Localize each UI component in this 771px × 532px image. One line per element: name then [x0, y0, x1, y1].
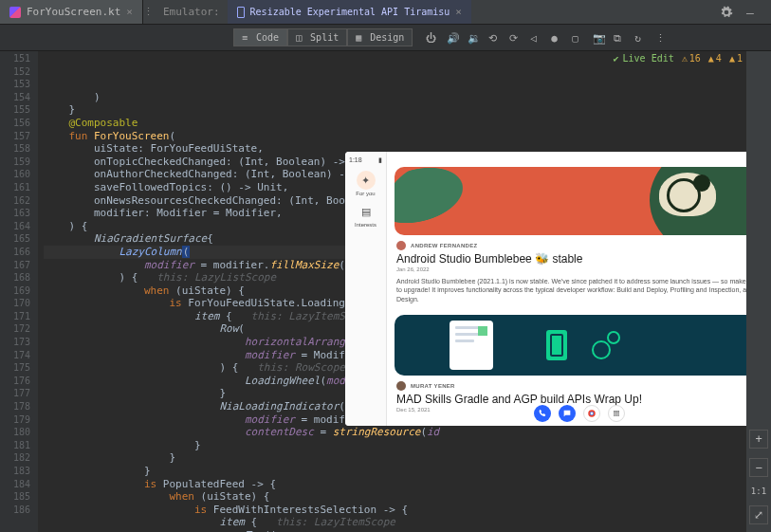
typo-count[interactable]: ▲1 [729, 52, 743, 65]
volume-up-icon[interactable]: 🔊 [447, 32, 458, 44]
line-number: 166 [0, 246, 30, 259]
code-line[interactable]: @Composable [44, 117, 771, 130]
line-number: 180 [0, 426, 30, 439]
kebab-icon[interactable]: ⋮ [655, 32, 667, 44]
nav-interests-label: Interests [349, 222, 383, 228]
zoom-in-button[interactable]: + [749, 430, 768, 449]
code-line[interactable]: when (uiState) { [44, 490, 771, 504]
zoom-out-button[interactable]: − [749, 458, 768, 477]
line-number: 182 [0, 451, 30, 465]
home-icon[interactable]: ● [551, 32, 562, 44]
line-number: 162 [0, 194, 30, 208]
line-number: 174 [0, 349, 30, 362]
screenshot-icon[interactable]: 📷 [593, 32, 604, 44]
line-number: 159 [0, 156, 30, 169]
close-icon[interactable]: × [126, 6, 133, 18]
live-edit-status[interactable]: ✔Live Edit [614, 52, 674, 65]
nav-interests[interactable]: ▤ Interests [349, 202, 383, 228]
kebab-icon[interactable]: ⋮ [143, 6, 154, 18]
code-line[interactable]: is FeedWithInterestsSelection -> { [44, 504, 771, 517]
rotate-right-icon[interactable]: ⟳ [509, 32, 521, 44]
line-number: 176 [0, 375, 30, 388]
author-name: ANDREW FERNANDEZ [411, 243, 477, 248]
svg-point-7 [615, 413, 617, 414]
app-drawer-icon[interactable] [608, 405, 625, 422]
emulator-label: Emulator: [163, 6, 220, 18]
zoom-rail: + − 1:1 ⤢ [746, 51, 771, 532]
badge-icon [546, 330, 567, 360]
volume-down-icon[interactable]: 🔉 [468, 32, 479, 44]
svg-point-8 [617, 413, 619, 414]
code-line[interactable]: } [44, 451, 771, 465]
emulator-screen[interactable]: 1:18 ▮ ✦ For you ▤ Interests ▾ ANDREW FE… [345, 152, 771, 426]
weak-warning-icon: ▲ [708, 52, 714, 65]
warning-count-value: 16 [689, 52, 701, 65]
line-number: 170 [0, 297, 30, 310]
weak-warning-value: 4 [716, 52, 722, 65]
feed-card[interactable] [395, 167, 763, 235]
svg-point-11 [617, 414, 619, 416]
zoom-ratio-button[interactable]: 1:1 [751, 486, 766, 496]
author-name: MURAT YENER [411, 383, 455, 389]
svg-point-4 [615, 411, 617, 413]
emulator-device-tab[interactable]: Resizable Experimental API Tiramisu × [228, 0, 471, 24]
line-number: 184 [0, 478, 30, 491]
feed-card[interactable] [395, 315, 763, 376]
overview-icon[interactable]: ▢ [572, 32, 583, 44]
code-line[interactable]: ) [44, 91, 771, 104]
nav-for-you[interactable]: ✦ For you [349, 171, 383, 196]
emulator-clock: 1:18 [349, 156, 362, 164]
line-number: 153 [0, 78, 30, 91]
line-number: 179 [0, 413, 30, 427]
chrome-app-icon[interactable] [583, 405, 600, 422]
gears-icon [592, 331, 620, 359]
emulator-dock [534, 405, 625, 422]
emulator-content[interactable]: ▾ ANDREW FERNANDEZ Android Studio Bumble… [387, 152, 771, 426]
code-line[interactable]: } [44, 103, 771, 117]
design-icon: ▦ [356, 32, 366, 43]
file-tab-label: ForYouScreen.kt [27, 6, 120, 18]
rotate-left-icon[interactable]: ⟲ [488, 32, 500, 44]
code-view-button[interactable]: ≡ Code [233, 28, 287, 46]
weak-warning-count[interactable]: ▲4 [708, 52, 722, 65]
phone-app-icon[interactable] [534, 405, 551, 422]
messages-app-icon[interactable] [559, 405, 576, 422]
expand-icon[interactable]: ― [746, 6, 760, 19]
gear-icon[interactable] [720, 6, 733, 19]
card-body: Android Studio Bumblebee (2021.1.1) is n… [387, 275, 771, 309]
battery-icon: ▮ [378, 156, 382, 164]
back-icon[interactable]: ◁ [530, 32, 542, 44]
split-view-button[interactable]: ◫ Split [287, 28, 347, 46]
resize-icon[interactable]: ⧉ [614, 32, 625, 44]
view-mode-group: ≡ Code ◫ Split ▦ Design [233, 28, 413, 46]
split-view-label: Split [310, 32, 339, 43]
warning-count[interactable]: ⚠16 [682, 52, 701, 65]
line-number: 164 [0, 220, 30, 233]
code-line[interactable]: contentDesc = stringResource(id [44, 426, 771, 439]
code-line[interactable]: } [44, 465, 771, 478]
line-number: 167 [0, 259, 30, 272]
zoom-fit-button[interactable]: ⤢ [749, 505, 768, 524]
emulator-nav-rail: 1:18 ▮ ✦ For you ▤ Interests [345, 152, 387, 426]
line-number: 160 [0, 168, 30, 181]
code-line[interactable]: } [44, 439, 771, 452]
line-number: 158 [0, 142, 30, 156]
refresh-icon[interactable]: ↻ [634, 32, 646, 44]
line-number: 169 [0, 284, 30, 298]
line-number: 177 [0, 387, 30, 400]
code-view-label: Code [256, 32, 279, 43]
code-line[interactable]: item { this: LazyItemScope [44, 516, 771, 529]
nav-for-you-label: For you [349, 191, 383, 196]
line-number: 157 [0, 130, 30, 143]
editor-tabbar: ForYouScreen.kt × ⋮ Emulator: Resizable … [0, 0, 771, 25]
line-number: 178 [0, 400, 30, 413]
code-line[interactable]: is PopulatedFeed -> { [44, 478, 771, 491]
card-title: Android Studio Bumblebee 🐝 stable [387, 252, 771, 266]
close-icon[interactable]: × [455, 6, 462, 18]
power-icon[interactable]: ⏻ [426, 32, 437, 44]
line-number-gutter: 1511521531541551561571581591601611621631… [0, 51, 38, 532]
line-number: 185 [0, 490, 30, 504]
file-tab-foryouscreen[interactable]: ForYouScreen.kt × [0, 0, 143, 24]
design-view-button[interactable]: ▦ Design [347, 28, 413, 46]
code-line[interactable]: fun ForYouScreen( [44, 130, 771, 143]
